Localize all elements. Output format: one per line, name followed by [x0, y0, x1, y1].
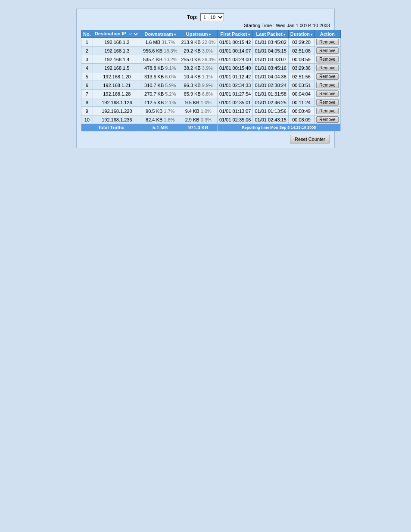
total-label: Total Traffic	[81, 124, 141, 131]
cell-upstream: 213.9 KB 22.0%	[179, 38, 218, 47]
cell-upstream: 10.4 KB 1.1%	[179, 72, 218, 81]
cell-last-packet: 01/01 04:04:38	[253, 72, 288, 81]
cell-last-packet: 01/01 04:05:15	[253, 47, 288, 55]
cell-destination: 192.168.1.220	[93, 107, 141, 115]
cell-first-packet: 01/01 02:35:01	[218, 98, 253, 107]
remove-button[interactable]: Remove	[316, 39, 338, 45]
cell-upstream: 65.9 KB 6.8%	[179, 90, 218, 98]
cell-upstream: 96.3 KB 9.9%	[179, 81, 218, 90]
cell-duration: 00:04:04	[288, 90, 314, 98]
cell-upstream: 29.2 KB 3.0%	[179, 47, 218, 55]
cell-action[interactable]: Remove	[314, 72, 340, 81]
cell-upstream: 255.0 KB 26.3%	[179, 55, 218, 64]
cell-action[interactable]: Remove	[314, 107, 340, 115]
cell-no: 2	[81, 47, 93, 55]
cell-no: 1	[81, 38, 93, 47]
cell-upstream: 9.4 KB 1.0%	[179, 107, 218, 115]
cell-first-packet: 01/01 01:13:07	[218, 107, 253, 115]
cell-first-packet: 01/01 02:35:06	[218, 115, 253, 124]
cell-last-packet: 01/01 01:13:56	[253, 107, 288, 115]
table-row: 2 192.168.1.3 956.6 KB 18.3% 29.2 KB 3.0…	[81, 47, 341, 55]
destination-filter[interactable]: P	[128, 31, 139, 37]
cell-last-packet: 01/01 01:31:58	[253, 90, 288, 98]
remove-button[interactable]: Remove	[316, 73, 338, 80]
top-label: Top:	[187, 14, 198, 20]
remove-button[interactable]: Remove	[316, 56, 338, 62]
cell-destination: 192.168.1.20	[93, 72, 141, 81]
cell-action[interactable]: Remove	[314, 98, 340, 107]
cell-action[interactable]: Remove	[314, 55, 340, 64]
cell-action[interactable]: Remove	[314, 81, 340, 90]
cell-destination: 192.168.1.236	[93, 115, 141, 124]
col-header-downstream[interactable]: Downstream	[141, 30, 179, 38]
cell-last-packet: 01/01 03:45:02	[253, 38, 288, 47]
total-row: Total Traffic 5.1 MB 971.3 KB Reporting …	[81, 124, 341, 131]
reporting-time: Reporting time Mon Sep 5 14:29:19 2005	[218, 124, 341, 131]
top-select[interactable]: 1 - 10 1 - 20 1 - 50	[200, 13, 224, 21]
table-row: 5 192.168.1.20 313.6 KB 6.0% 10.4 KB 1.1…	[81, 72, 341, 81]
remove-button[interactable]: Remove	[316, 65, 338, 71]
cell-duration: 00:08:59	[288, 55, 314, 64]
cell-no: 7	[81, 90, 93, 98]
col-header-duration[interactable]: Duration	[288, 30, 314, 38]
cell-first-packet: 01/01 01:27:54	[218, 90, 253, 98]
cell-duration: 03:29:36	[288, 64, 314, 72]
cell-downstream: 1.6 MB 31.7%	[141, 38, 179, 47]
cell-downstream: 310.7 KB 5.9%	[141, 81, 179, 90]
table-row: 4 192.168.1.5 478.8 KB 9.1% 38.2 KB 3.9%…	[81, 64, 341, 72]
cell-downstream: 313.6 KB 6.0%	[141, 72, 179, 81]
cell-downstream: 270.7 KB 5.2%	[141, 90, 179, 98]
cell-destination: 192.168.1.21	[93, 81, 141, 90]
cell-downstream: 478.8 KB 9.1%	[141, 64, 179, 72]
remove-button[interactable]: Remove	[316, 108, 338, 114]
starting-time: Starting Time : Wed Jan 1 00:04:10 2003	[81, 23, 330, 28]
cell-last-packet: 01/01 03:45:16	[253, 64, 288, 72]
cell-destination: 192.168.1.3	[93, 47, 141, 55]
cell-duration: 02:51:56	[288, 72, 314, 81]
cell-downstream: 956.6 KB 18.3%	[141, 47, 179, 55]
cell-duration: 00:11:24	[288, 98, 314, 107]
remove-button[interactable]: Remove	[316, 116, 338, 123]
reset-counter-button[interactable]: Reset Counter	[290, 135, 330, 143]
cell-no: 4	[81, 64, 93, 72]
cell-destination: 192.168.1.4	[93, 55, 141, 64]
cell-action[interactable]: Remove	[314, 115, 340, 124]
table-row: 10 192.168.1.236 82.4 KB 1.6% 2.9 KB 0.3…	[81, 115, 341, 124]
cell-last-packet: 01/01 02:38:24	[253, 81, 288, 90]
cell-upstream: 9.5 KB 1.0%	[179, 98, 218, 107]
cell-no: 10	[81, 115, 93, 124]
cell-destination: 192.168.1.126	[93, 98, 141, 107]
cell-duration: 00:08:09	[288, 115, 314, 124]
cell-downstream: 112.5 KB 2.1%	[141, 98, 179, 107]
cell-action[interactable]: Remove	[314, 90, 340, 98]
remove-button[interactable]: Remove	[316, 47, 338, 54]
total-downstream: 5.1 MB	[141, 124, 179, 131]
cell-first-packet: 01/01 00:15:42	[218, 38, 253, 47]
col-header-no: No.	[81, 30, 93, 38]
cell-action[interactable]: Remove	[314, 64, 340, 72]
remove-button[interactable]: Remove	[316, 90, 338, 97]
cell-action[interactable]: Remove	[314, 38, 340, 47]
cell-upstream: 38.2 KB 3.9%	[179, 64, 218, 72]
remove-button[interactable]: Remove	[316, 82, 338, 88]
cell-downstream: 90.5 KB 1.7%	[141, 107, 179, 115]
cell-no: 8	[81, 98, 93, 107]
cell-action[interactable]: Remove	[314, 47, 340, 55]
col-header-destination[interactable]: Destination IP P	[93, 30, 141, 38]
cell-duration: 03:29:20	[288, 38, 314, 47]
traffic-table: No. Destination IP P Downstream Upstream…	[81, 30, 341, 131]
col-header-upstream[interactable]: Upstream	[179, 30, 218, 38]
cell-first-packet: 01/01 02:34:33	[218, 81, 253, 90]
col-header-action: Action	[314, 30, 340, 38]
cell-duration: 02:51:08	[288, 47, 314, 55]
col-header-first-packet[interactable]: First Packet	[218, 30, 253, 38]
remove-button[interactable]: Remove	[316, 99, 338, 106]
cell-downstream: 535.4 KB 10.2%	[141, 55, 179, 64]
cell-last-packet: 01/01 02:43:15	[253, 115, 288, 124]
cell-no: 3	[81, 55, 93, 64]
table-row: 7 192.168.1.28 270.7 KB 5.2% 65.9 KB 6.8…	[81, 90, 341, 98]
table-row: 3 192.168.1.4 535.4 KB 10.2% 255.0 KB 26…	[81, 55, 341, 64]
cell-last-packet: 01/01 02:46:25	[253, 98, 288, 107]
col-header-last-packet[interactable]: Last Packet	[253, 30, 288, 38]
cell-duration: 00:03:51	[288, 81, 314, 90]
